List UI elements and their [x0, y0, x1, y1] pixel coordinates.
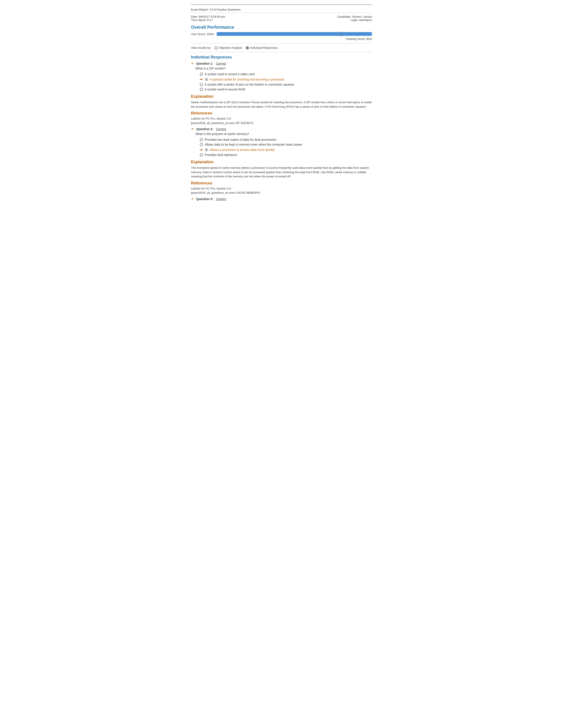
question-1-answer-3: A socket with a series of pins on the bo…	[200, 83, 372, 86]
question-2-status: Correct	[216, 127, 226, 131]
view-results-label: View results by:	[191, 46, 211, 49]
question-3-status: Correct	[216, 197, 226, 201]
question-2-answer-3: ➡ Allows a processor to access data more…	[200, 148, 372, 152]
time-spent-value: 8:17	[207, 18, 212, 22]
progress-bar-fill	[217, 32, 372, 36]
login-label: Login:	[351, 18, 358, 22]
overall-performance-title: Overall Performance	[191, 25, 372, 30]
q2-references-text: LabSim for PC Pro, Section 3.5.[pcpro201…	[191, 186, 372, 195]
passing-score-value: 80%	[366, 37, 372, 41]
q1-references-text: LabSim for PC Pro, Section 3.5.[pcpro201…	[191, 116, 372, 125]
q1-answer-2-text: A special socket for inserting and secur…	[210, 78, 285, 81]
passing-score-label-text: Passing Score:	[346, 37, 366, 41]
question-1-header: ▼ Question 1: Correct	[191, 62, 372, 65]
question-2-toggle[interactable]: ▼	[191, 128, 194, 131]
score-label-text: Your Score:	[191, 32, 206, 36]
question-3-label: Question 3:	[196, 197, 213, 201]
question-2-answer-4: Provides fault tolerance	[200, 153, 372, 157]
q2-arrow-3: ➡	[200, 148, 203, 152]
date-label: Date:	[191, 15, 198, 18]
login-value: lareulareu	[359, 18, 372, 22]
q1-radio-1[interactable]	[200, 73, 203, 76]
q2-answer-3-text: Allows a processor to access data more q…	[210, 148, 274, 152]
question-2-answer-1: Provides two dual copies of data for dua…	[200, 138, 372, 141]
date-value: 9/8/2017 8:29:50 pm	[199, 15, 225, 18]
objective-radio[interactable]	[214, 46, 218, 49]
question-1-status: Correct	[216, 62, 226, 65]
individual-responses-label: Individual Responses	[250, 46, 277, 49]
question-3-toggle[interactable]: ▼	[191, 197, 194, 201]
passing-score-label: Passing Score: 80%	[191, 37, 372, 41]
meta-right: Candidate: Gomes, Larissa Login: lareula…	[337, 15, 372, 22]
q1-radio-4[interactable]	[200, 88, 203, 91]
q1-explanation-text: Newer motherboards use a ZIF (Zero Inser…	[191, 100, 372, 109]
q2-explanation-title: Explanation	[191, 160, 372, 164]
question-3: ▼ Question 3: Correct	[191, 197, 372, 201]
question-2: ▼ Question 2: Correct What is the purpos…	[191, 127, 372, 195]
question-2-header: ▼ Question 2: Correct	[191, 127, 372, 131]
objective-analysis-label: Objective Analysis	[219, 46, 242, 49]
q2-answer-4-text: Provides fault tolerance	[205, 153, 237, 157]
question-1-label: Question 1:	[196, 62, 213, 65]
q1-answer-1-text: A socket used to mount a video card	[205, 72, 254, 76]
login-line: Login: lareulareu	[337, 18, 372, 22]
question-1: ▼ Question 1: Correct What is a ZIF sock…	[191, 62, 372, 125]
q1-answer-4-text: A socket used to secure RAM	[205, 88, 245, 91]
exam-title: Exam Report: 3.5.9 Practice Questions	[191, 7, 372, 13]
time-spent-line: Time Spent: 8:17	[191, 18, 225, 22]
q1-arrow-2: ➡	[200, 77, 203, 81]
q2-references-title: References	[191, 181, 372, 186]
candidate-label: Candidate:	[337, 15, 351, 18]
q1-radio-3[interactable]	[200, 83, 203, 86]
q2-radio-3[interactable]	[205, 148, 208, 151]
q1-answer-3-text: A socket with a series of pins on the bo…	[205, 83, 294, 86]
date-line: Date: 9/8/2017 8:29:50 pm	[191, 15, 225, 18]
time-spent-label: Time Spent:	[191, 18, 206, 22]
divider-2	[191, 52, 372, 52]
top-border	[191, 4, 372, 5]
objective-analysis-option[interactable]: Objective Analysis	[214, 46, 242, 49]
meta-left: Date: 9/8/2017 8:29:50 pm Time Spent: 8:…	[191, 15, 225, 22]
question-2-text: What is the purpose of cache memory?	[195, 132, 372, 136]
question-3-header: ▼ Question 3: Correct	[191, 197, 372, 201]
question-2-answer-2: Allows data to be kept in memory even wh…	[200, 143, 372, 146]
question-1-toggle[interactable]: ▼	[191, 62, 194, 65]
candidate-line: Candidate: Gomes, Larissa	[337, 15, 372, 18]
question-1-answer-4: A socket used to secure RAM	[200, 88, 372, 91]
progress-bar-container	[216, 32, 372, 36]
meta-row: Date: 9/8/2017 8:29:50 pm Time Spent: 8:…	[191, 15, 372, 22]
q2-answer-1-text: Provides two dual copies of data for dua…	[205, 138, 276, 141]
individual-radio[interactable]	[246, 46, 249, 49]
question-1-text: What is a ZIF socket?	[195, 67, 372, 70]
q2-explanation-text: The increased speed of cache memory allo…	[191, 166, 372, 179]
q2-answer-2-text: Allows data to be kept in memory even wh…	[205, 143, 302, 146]
individual-responses-option[interactable]: Individual Responses	[246, 46, 277, 49]
score-label: Your Score: 100%	[191, 32, 214, 36]
q2-radio-2[interactable]	[200, 143, 203, 146]
individual-responses-title: Individual Responses	[191, 55, 372, 60]
view-results-row: View results by: Objective Analysis Indi…	[191, 46, 372, 49]
score-value: 100%	[207, 32, 214, 36]
score-row: Your Score: 100%	[191, 32, 372, 36]
q1-radio-2[interactable]	[205, 78, 208, 81]
q2-radio-4[interactable]	[200, 153, 203, 156]
q2-radio-1[interactable]	[200, 138, 203, 141]
q1-references-title: References	[191, 111, 372, 116]
candidate-value: Gomes, Larissa	[352, 15, 372, 18]
question-1-answer-1: A socket used to mount a video card	[200, 72, 372, 76]
question-2-label: Question 2:	[196, 127, 213, 131]
q1-explanation-title: Explanation	[191, 94, 372, 99]
progress-marker	[341, 31, 341, 37]
question-1-answer-2: ➡ A special socket for inserting and sec…	[200, 77, 372, 81]
